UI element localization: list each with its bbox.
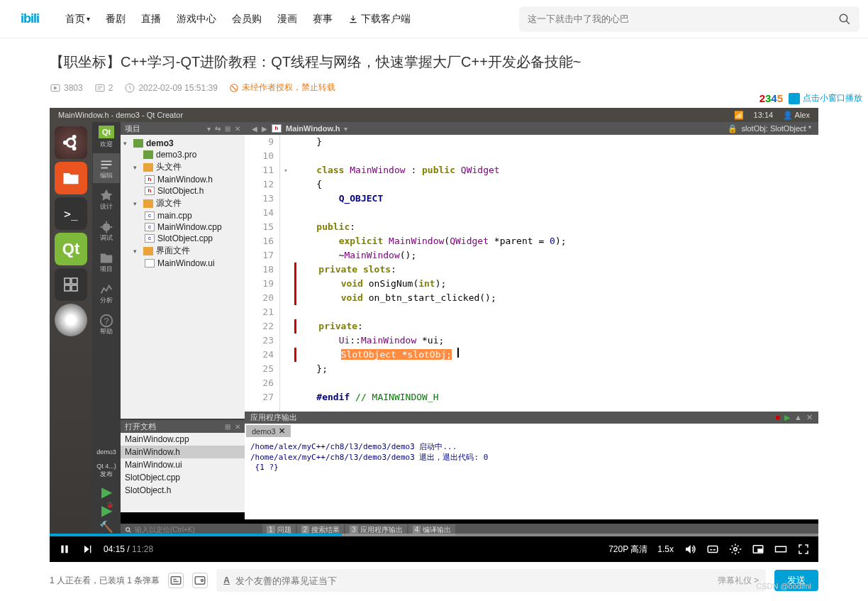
download-icon — [348, 14, 358, 24]
list-item[interactable]: MainWindow.ui — [121, 458, 245, 471]
list-item[interactable]: SlotObject.cpp — [121, 471, 245, 484]
qtcreator-icon[interactable]: Qt — [55, 233, 87, 265]
dash-icon[interactable] — [55, 126, 87, 159]
danmaku-settings-icon[interactable] — [192, 573, 208, 588]
mode-design[interactable]: 设计 — [93, 184, 120, 214]
debug-run-button[interactable]: ▶🐞 — [101, 502, 112, 519]
player-controls: 04:15 / 11:28 720P 高清 1.5x — [50, 536, 818, 562]
output-tab[interactable]: demo3 ✕ — [246, 425, 291, 437]
pip-button[interactable]: 点击小窗口播放 — [789, 92, 862, 104]
user-menu[interactable]: 👤 Alex — [783, 111, 810, 120]
download-client-button[interactable]: 下载客户端 — [348, 13, 411, 26]
mode-edit[interactable]: 编辑 — [93, 153, 120, 183]
svg-rect-24 — [172, 577, 182, 585]
mode-analyze[interactable]: 分析 — [93, 278, 120, 308]
line-gutter: 9101112131415161718192021222324252627 — [245, 135, 280, 412]
output-close-icon[interactable]: ✕ — [806, 413, 813, 422]
search-icon[interactable] — [838, 13, 851, 26]
nav-live[interactable]: 直播 — [141, 13, 161, 26]
volume-button[interactable] — [684, 543, 696, 556]
mode-welcome[interactable]: Qt欢迎 — [93, 122, 120, 152]
list-item[interactable]: MainWindow.cpp — [121, 433, 245, 446]
close-icon[interactable]: ✕ — [279, 426, 285, 436]
subtitle-button[interactable] — [706, 543, 719, 556]
danmaku-input[interactable] — [235, 575, 718, 586]
wide-button[interactable] — [774, 543, 787, 556]
nav-manga[interactable]: 漫画 — [277, 13, 297, 26]
next-button[interactable] — [81, 543, 94, 556]
pip-icon — [789, 93, 800, 104]
csdn-watermark: CSDN @oodlml — [756, 582, 811, 590]
search-input[interactable] — [528, 13, 838, 24]
editor-topbar: ◀ ▶ h MainWindow.h ▾ 🔒 slotObj: SlotObje… — [245, 122, 818, 135]
top-nav: ibili 首页▾ 番剧 直播 游戏中心 会员购 漫画 赛事 下载客户端 — [0, 0, 868, 38]
lock-icon: 🔒 — [728, 124, 738, 133]
danmaku-row: 1 人正在看，已装填 1 条弹幕 A 弹幕礼仪 > 发送 — [50, 562, 818, 592]
time-display: 04:15 / 11:28 — [104, 544, 153, 554]
font-style-icon[interactable]: A — [223, 575, 230, 585]
danmaku-toggle-icon[interactable] — [168, 573, 184, 588]
nav-vip[interactable]: 会员购 — [232, 13, 262, 26]
svg-point-0 — [840, 14, 847, 22]
title-section: 【职坐标】C++学习-QT进阶教程：QT线程与网络，快速掌握大厂C++开发必备技… — [0, 38, 868, 101]
editor-breadcrumb[interactable]: 🔒 slotObj: SlotObject * — [720, 124, 818, 133]
output-up-icon[interactable]: ▲ — [794, 413, 802, 422]
code-editor[interactable]: 9101112131415161718192021222324252627 ▾ … — [245, 135, 818, 412]
nav-fwd-icon[interactable]: ▶ — [262, 125, 267, 133]
bilibili-logo[interactable]: ibili — [9, 9, 51, 29]
mode-debug[interactable]: 调试 — [93, 216, 120, 246]
nav-back-icon[interactable]: ◀ — [252, 125, 257, 133]
svg-rect-18 — [65, 546, 67, 553]
danmaku-etiquette-link[interactable]: 弹幕礼仪 > — [718, 575, 759, 587]
settings-button[interactable] — [729, 543, 742, 556]
terminal-icon[interactable]: >_ — [55, 197, 87, 230]
mode-projects[interactable]: 项目 — [93, 247, 120, 277]
kit-config[interactable]: Qt 4...) 发布 — [92, 460, 121, 482]
chevron-down-icon: ▾ — [87, 15, 90, 23]
editor-current-file[interactable]: ◀ ▶ h MainWindow.h ▾ — [245, 124, 355, 133]
filter-icon[interactable]: ▾ — [207, 125, 211, 133]
qtcreator-mode-bar: Qt欢迎 编辑 设计 调试 项目 分析 ?帮助 demo3 Qt 4...) 发… — [92, 122, 121, 534]
clock: 13:14 — [754, 111, 774, 119]
danmaku-stats: 1 人正在看，已装填 1 条弹幕 — [50, 575, 160, 587]
project-tree[interactable]: ▾demo3 demo3.pro ▾头文件 hMainWindow.h hSlo… — [121, 135, 245, 419]
video-title: 【职坐标】C++学习-QT进阶教程：QT线程与网络，快速掌握大厂C++开发必备技… — [50, 53, 818, 72]
workspace-icon[interactable] — [55, 268, 87, 301]
list-item[interactable]: SlotObject.h — [121, 484, 245, 497]
svg-point-8 — [67, 138, 75, 147]
output-stop-icon[interactable]: ■ — [775, 413, 780, 422]
files-icon[interactable] — [55, 162, 87, 194]
nav-bangumi[interactable]: 番剧 — [106, 13, 126, 26]
project-panel-header: 项目 ▾⇆⊞✕ — [121, 122, 245, 135]
speed-button[interactable]: 1.5x — [657, 544, 674, 554]
nav-match[interactable]: 赛事 — [313, 13, 333, 26]
svg-point-26 — [201, 580, 204, 582]
output-content: /home/alex/myC++/ch8/l3/demo3/demo3 启动中.… — [245, 439, 818, 475]
build-button[interactable]: 🔨 — [99, 520, 113, 534]
video-frame[interactable]: MainWindow.h - demo3 - Qt Creator 📶 13:1… — [50, 108, 818, 562]
svg-rect-9 — [65, 278, 70, 284]
open-docs-list[interactable]: MainWindow.cppMainWindow.hMainWindow.uiS… — [121, 433, 245, 497]
list-item[interactable]: MainWindow.h — [121, 446, 245, 458]
code-content[interactable]: } class MainWindow : public QWidget { Q_… — [291, 135, 818, 412]
search-box[interactable] — [519, 6, 859, 32]
svg-rect-11 — [65, 285, 70, 291]
unity-launcher: >_ Qt — [50, 122, 92, 534]
player-wrap: MainWindow.h - demo3 - Qt Creator 📶 13:1… — [50, 108, 818, 592]
svg-point-20 — [734, 548, 738, 551]
run-button[interactable]: ▶ — [101, 483, 112, 500]
kit-target[interactable]: demo3 — [95, 446, 118, 458]
fullscreen-button[interactable] — [797, 543, 810, 556]
pause-button[interactable] — [58, 543, 71, 556]
brand-2345[interactable]: 2345 — [760, 92, 783, 104]
nav-home[interactable]: 首页▾ — [65, 13, 90, 26]
project-panel: 项目 ▾⇆⊞✕ ▾demo3 demo3.pro ▾头文件 hMainWindo… — [121, 122, 245, 420]
quality-button[interactable]: 720P 高清 — [608, 544, 647, 556]
clock-icon — [124, 82, 135, 94]
nav-game[interactable]: 游戏中心 — [177, 13, 216, 26]
pip-control-button[interactable] — [752, 543, 764, 556]
output-run-icon[interactable]: ▶ — [784, 413, 790, 422]
disc-icon[interactable] — [55, 304, 87, 336]
mode-help[interactable]: ?帮助 — [93, 309, 120, 339]
right-float-buttons: 2345 点击小窗口播放 — [754, 87, 868, 110]
